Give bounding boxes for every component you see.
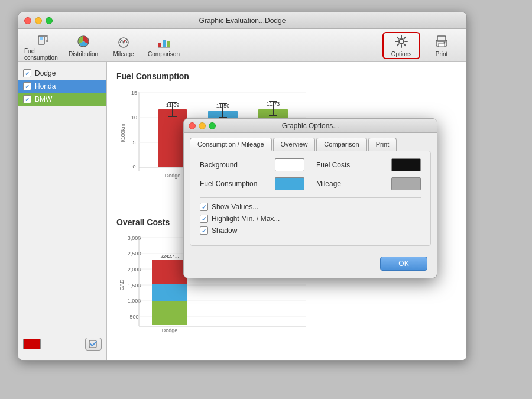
honda-checkbox[interactable] bbox=[23, 82, 31, 90]
fuel-label: Fuel consumption bbox=[24, 48, 62, 61]
svg-line-20 bbox=[404, 37, 406, 39]
svg-text:5: 5 bbox=[132, 140, 135, 145]
traffic-lights bbox=[24, 17, 53, 24]
background-color-picker[interactable] bbox=[275, 158, 304, 171]
background-label: Background bbox=[200, 161, 238, 169]
toolbar-mileage[interactable]: Mileage bbox=[105, 32, 142, 59]
close-button[interactable] bbox=[24, 17, 31, 24]
main-title-bar: Graphic Evaluation...Dodge bbox=[18, 12, 466, 29]
dodge-label: Dodge bbox=[35, 69, 56, 77]
fuel-icon bbox=[35, 30, 51, 47]
svg-rect-11 bbox=[167, 41, 170, 47]
highlight-minmax-label: Highlight Min. / Max... bbox=[212, 215, 280, 223]
svg-text:0: 0 bbox=[132, 164, 135, 170]
svg-text:11.73: 11.73 bbox=[267, 101, 280, 107]
dialog-tab-bar: Consumption / Mileage Overview Compariso… bbox=[184, 133, 437, 151]
mileage-label: Mileage bbox=[113, 51, 134, 57]
svg-rect-71 bbox=[152, 284, 187, 301]
dialog-body: Background Fuel Costs Fuel Consumption M… bbox=[190, 151, 431, 246]
show-values-label: Show Values... bbox=[212, 203, 258, 211]
main-window-title: Graphic Evaluation...Dodge bbox=[199, 17, 286, 25]
svg-text:10: 10 bbox=[131, 115, 137, 121]
svg-rect-4 bbox=[46, 40, 48, 42]
color-swatch[interactable] bbox=[23, 339, 41, 349]
distribution-icon bbox=[75, 33, 92, 50]
toolbar: Fuel consumption Distribution bbox=[18, 29, 466, 62]
toolbar-print[interactable]: Print bbox=[423, 32, 460, 59]
mileage-option: Mileage bbox=[316, 177, 421, 190]
svg-point-25 bbox=[444, 42, 446, 44]
svg-point-8 bbox=[123, 42, 125, 44]
mileage-label: Mileage bbox=[316, 180, 341, 188]
svg-rect-72 bbox=[152, 301, 187, 325]
svg-rect-24 bbox=[439, 43, 445, 47]
fuel-chart-title: Fuel Consumption bbox=[116, 72, 457, 81]
highlight-minmax-row[interactable]: Highlight Min. / Max... bbox=[200, 215, 421, 223]
dialog-footer: OK bbox=[184, 252, 437, 278]
graphic-options-dialog: Graphic Options... Consumption / Mileage… bbox=[183, 118, 437, 278]
shadow-row[interactable]: Shadow bbox=[200, 226, 421, 235]
honda-label: Honda bbox=[35, 82, 56, 90]
svg-text:11.50: 11.50 bbox=[216, 103, 230, 109]
svg-text:l/100km: l/100km bbox=[120, 124, 126, 142]
dialog-maximize-button[interactable] bbox=[209, 122, 216, 129]
svg-line-18 bbox=[397, 37, 399, 39]
dialog-close-button[interactable] bbox=[189, 122, 196, 129]
sidebar-item-bmw[interactable]: BMW bbox=[18, 93, 106, 106]
show-values-row[interactable]: Show Values... bbox=[200, 203, 421, 211]
svg-rect-9 bbox=[158, 43, 161, 47]
print-label: Print bbox=[436, 51, 448, 57]
fuel-costs-option: Fuel Costs bbox=[316, 158, 421, 171]
svg-text:Dodge: Dodge bbox=[165, 173, 181, 179]
fuel-costs-color-picker[interactable] bbox=[391, 158, 421, 171]
fuel-costs-label: Fuel Costs bbox=[316, 161, 350, 169]
svg-text:Dodge: Dodge bbox=[162, 327, 178, 333]
dialog-traffic-lights bbox=[189, 122, 216, 129]
sidebar-item-dodge[interactable]: Dodge bbox=[18, 67, 106, 80]
footer-checkbox-icon[interactable] bbox=[85, 338, 102, 351]
gear-icon bbox=[393, 33, 410, 50]
sidebar: Dodge Honda BMW bbox=[18, 62, 107, 360]
svg-text:15: 15 bbox=[131, 90, 137, 96]
dialog-title: Graphic Options... bbox=[282, 122, 339, 130]
svg-line-21 bbox=[397, 44, 399, 46]
tab-overview[interactable]: Overview bbox=[273, 138, 316, 151]
svg-text:CAD: CAD bbox=[119, 279, 125, 291]
comparison-label: Comparison bbox=[148, 51, 180, 57]
svg-point-13 bbox=[399, 39, 404, 44]
svg-text:2242.4...: 2242.4... bbox=[160, 254, 179, 259]
svg-rect-70 bbox=[152, 260, 187, 285]
shadow-label: Shadow bbox=[212, 226, 237, 235]
shadow-checkbox[interactable] bbox=[200, 226, 208, 235]
mileage-color-picker[interactable] bbox=[391, 177, 421, 190]
options-grid: Background Fuel Costs Fuel Consumption M… bbox=[200, 158, 421, 190]
tab-comparison[interactable]: Comparison bbox=[316, 138, 366, 151]
dialog-minimize-button[interactable] bbox=[199, 122, 206, 129]
ok-button[interactable]: OK bbox=[380, 257, 427, 271]
toolbar-fuel-consumption[interactable]: Fuel consumption bbox=[24, 32, 62, 59]
fuel-consumption-label: Fuel Consumption bbox=[200, 180, 257, 188]
tab-print[interactable]: Print bbox=[368, 138, 397, 151]
sidebar-item-honda[interactable]: Honda bbox=[18, 80, 106, 93]
bmw-checkbox[interactable] bbox=[23, 95, 31, 103]
fuel-consumption-color-picker[interactable] bbox=[275, 177, 304, 190]
highlight-minmax-checkbox[interactable] bbox=[200, 215, 208, 223]
show-values-checkbox[interactable] bbox=[200, 203, 208, 211]
sidebar-footer bbox=[18, 333, 106, 355]
dialog-titlebar: Graphic Options... bbox=[184, 119, 437, 133]
tab-consumption-mileage[interactable]: Consumption / Mileage bbox=[190, 138, 272, 151]
svg-rect-1 bbox=[40, 37, 43, 40]
minimize-button[interactable] bbox=[35, 17, 42, 24]
options-button[interactable]: Options bbox=[382, 32, 420, 59]
bmw-label: BMW bbox=[35, 95, 52, 103]
maximize-button[interactable] bbox=[46, 17, 53, 24]
svg-line-19 bbox=[404, 44, 406, 46]
options-label: Options bbox=[391, 51, 411, 57]
print-icon bbox=[433, 33, 450, 50]
background-option: Background bbox=[200, 158, 304, 171]
toolbar-distribution[interactable]: Distribution bbox=[64, 32, 102, 59]
divider bbox=[200, 197, 421, 198]
dodge-checkbox[interactable] bbox=[23, 69, 31, 77]
comparison-icon bbox=[155, 33, 172, 50]
toolbar-comparison[interactable]: Comparison bbox=[145, 32, 183, 59]
